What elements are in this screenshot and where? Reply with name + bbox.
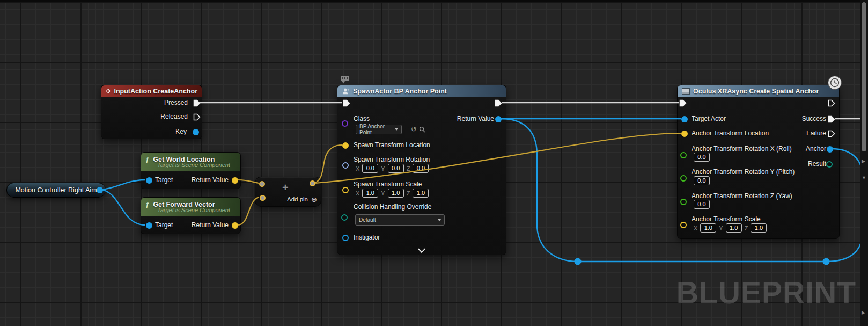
wire-motioncontroller-to-getforwardvector (99, 190, 145, 225)
axis-y-label: Y (381, 190, 385, 197)
anchor-scale-z-input[interactable]: 1.0 (751, 223, 767, 233)
node-get-forward-vector[interactable]: ƒ Get Forward Vector Target is Scene Com… (141, 197, 241, 234)
node-motion-controller-right-aim[interactable]: Motion Controller Right Aim (6, 183, 106, 198)
data-pin-collision-handling-override[interactable] (341, 214, 348, 221)
exec-pin-in[interactable] (679, 99, 687, 107)
scale-xyz-inputs: X 1.0 Y 1.0 Z 1.0 (356, 189, 429, 198)
data-pin-target[interactable] (146, 177, 152, 184)
rotation-x-input[interactable]: 0.0 (694, 153, 710, 162)
scale-z-input[interactable]: 1.0 (413, 189, 429, 198)
reroute-node-2[interactable] (823, 258, 830, 265)
collision-override-dropdown[interactable]: Default (355, 214, 445, 226)
pin-label-rotation-x-roll: Anchor Transform Rotation X (Roll) (692, 145, 792, 153)
data-pin-output[interactable] (97, 187, 103, 193)
data-pin-add-output[interactable] (310, 180, 315, 186)
node-header[interactable]: InputAction CreateAnchor (101, 85, 202, 97)
data-pin-add-input-a[interactable] (259, 181, 265, 187)
data-pin-result[interactable] (826, 161, 833, 168)
comment-bubble-icon[interactable] (341, 76, 349, 81)
chevron-down-icon (395, 128, 398, 131)
browse-search-icon[interactable] (419, 126, 425, 133)
pin-label-target-actor: Target Actor (692, 115, 726, 122)
data-pin-anchor-transform-scale[interactable] (680, 222, 687, 228)
anchor-scale-xyz-inputs: X 1.0 Y 1.0 Z 1.0 (694, 223, 767, 233)
data-pin-add-input-b[interactable] (260, 195, 266, 201)
data-pin-class[interactable] (342, 120, 348, 127)
chevron-down-icon (438, 219, 441, 221)
axis-x-label: X (356, 190, 359, 197)
blueprint-watermark: BLUEPRINT (676, 275, 856, 310)
variable-label: Motion Controller Right Aim (15, 186, 97, 194)
rotation-y-input[interactable]: 0.0 (388, 164, 404, 173)
exec-pin-success[interactable] (828, 115, 835, 123)
node-get-world-location[interactable]: ƒ Get World Location Target is Scene Com… (141, 152, 241, 189)
add-pin-label: Add pin (287, 196, 308, 202)
data-pin-spawn-transform-scale[interactable] (342, 187, 349, 193)
axis-y-label: Y (381, 165, 385, 172)
node-title: Oculus XRAsync Create Spatial Anchor (693, 88, 819, 95)
data-pin-anchor-transform-location[interactable] (681, 131, 688, 137)
rotation-z-input[interactable]: 0.0 (413, 164, 429, 173)
data-pin-key[interactable] (193, 129, 199, 135)
rotation-x-input[interactable]: 0.0 (362, 164, 378, 173)
rotation-z-input[interactable]: 0.0 (694, 200, 710, 209)
exec-pin-released[interactable] (193, 113, 201, 121)
data-pin-return-value[interactable] (495, 116, 502, 122)
node-header[interactable]: SpawnActor BP Anchor Point (337, 85, 506, 97)
anchor-scale-x-input[interactable]: 1.0 (700, 223, 716, 233)
data-pin-rotation-x[interactable] (680, 152, 687, 158)
exec-pin-out[interactable] (495, 99, 502, 107)
pin-label-rotation-z-yaw: Anchor Transform Rotation Z (Yaw) (692, 192, 792, 200)
node-vector-add[interactable]: + Add pin ⊕ (255, 177, 321, 207)
spawn-actor-icon (342, 88, 350, 95)
rotation-y-input[interactable]: 0.0 (694, 176, 710, 185)
node-header[interactable]: ƒ Get Forward Vector Target is Scene Com… (141, 198, 240, 216)
data-pin-instigator[interactable] (342, 235, 349, 241)
exec-pin-pressed[interactable] (193, 99, 201, 107)
axis-z-label: Z (745, 225, 748, 231)
data-pin-rotation-y[interactable] (680, 175, 687, 182)
node-oculus-xrasync-create-spatial-anchor[interactable]: Oculus XRAsync Create Spatial Anchor Tar… (677, 85, 840, 239)
data-pin-return-value[interactable] (232, 222, 238, 229)
pin-label-return-value: Return Value (192, 221, 229, 229)
data-pin-target[interactable] (146, 222, 152, 229)
reroute-node-1[interactable] (575, 258, 582, 265)
data-pin-rotation-z[interactable] (680, 199, 687, 205)
node-header[interactable]: ƒ Get World Location Target is Scene Com… (141, 153, 240, 171)
pin-label-key: Key (175, 128, 187, 135)
exec-pin-out[interactable] (828, 99, 835, 107)
scale-y-input[interactable]: 1.0 (388, 189, 404, 198)
scale-x-input[interactable]: 1.0 (362, 189, 378, 198)
offscreen-pin-arrow-icon: ▶ (862, 159, 865, 164)
expand-node-chevron-icon[interactable] (337, 244, 506, 254)
add-pin-icon[interactable]: ⊕ (311, 195, 317, 204)
pin-label-class: Class (354, 115, 370, 122)
pin-label-anchor-transform-scale: Anchor Transform Scale (692, 215, 761, 223)
data-pin-return-value[interactable] (232, 177, 238, 184)
pin-label-target: Target (155, 176, 173, 184)
scrollbar-thumb[interactable] (862, 2, 866, 151)
node-spawnactor-bp-anchor-point[interactable]: SpawnActor BP Anchor Point Class BP Anch… (337, 85, 506, 255)
data-pin-spawn-transform-rotation[interactable] (342, 162, 349, 169)
axis-z-label: Z (407, 165, 410, 172)
data-pin-spawn-transform-location[interactable] (342, 142, 349, 149)
pin-label-success: Success (802, 115, 826, 122)
exec-pin-failure[interactable] (828, 130, 835, 137)
goto-source-icon[interactable]: ↺ (411, 126, 417, 133)
window-top-edge (0, 0, 868, 2)
blueprint-graph-canvas[interactable]: BLUEPRINT InputAction CreateAnchor Press… (0, 0, 868, 326)
anchor-scale-y-input[interactable]: 1.0 (726, 223, 742, 233)
axis-x-label: X (694, 225, 697, 231)
class-select-value: BP Anchor Point (359, 124, 395, 135)
node-subtitle: Target is Scene Component (157, 207, 230, 213)
data-pin-anchor-output[interactable] (827, 146, 833, 153)
pin-label-spawn-transform-scale: Spawn Transform Scale (354, 180, 422, 188)
node-inputaction-createanchor[interactable]: InputAction CreateAnchor Pressed Release… (101, 85, 202, 139)
axis-y-label: Y (719, 225, 723, 231)
data-pin-target-actor[interactable] (681, 116, 688, 122)
node-header[interactable]: Oculus XRAsync Create Spatial Anchor (678, 85, 839, 97)
class-select-dropdown[interactable]: BP Anchor Point (356, 125, 402, 134)
wire-motioncontroller-to-getworldlocation (99, 180, 145, 190)
exec-pin-in[interactable] (343, 99, 350, 107)
offscreen-pin-arrow-icon: ▶ (862, 310, 865, 315)
